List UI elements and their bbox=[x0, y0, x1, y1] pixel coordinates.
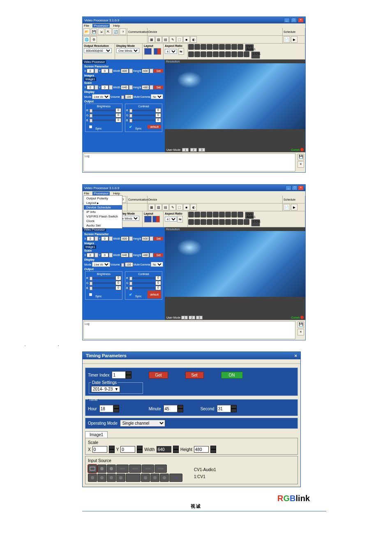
port-icon[interactable] bbox=[219, 51, 225, 57]
hour-input[interactable] bbox=[99, 405, 113, 412]
volume-slider[interactable] bbox=[120, 96, 125, 97]
comm-btn-2[interactable]: ⚙ bbox=[90, 36, 97, 43]
port-dvi-2[interactable] bbox=[129, 465, 141, 473]
menu-layout[interactable]: Layout▶ bbox=[84, 201, 122, 205]
log-save-icon[interactable]: 💾 bbox=[297, 154, 304, 160]
port-icon[interactable] bbox=[231, 51, 237, 57]
bright-g-slider[interactable] bbox=[89, 115, 115, 116]
sp-y[interactable]: 0 bbox=[101, 69, 108, 73]
port-icon[interactable] bbox=[194, 44, 200, 50]
import-icon[interactable]: ⇲ bbox=[98, 28, 104, 35]
open-icon[interactable]: 📂 bbox=[83, 28, 90, 35]
dev-1[interactable]: ▦ bbox=[148, 36, 155, 43]
port-b4[interactable] bbox=[116, 474, 125, 482]
menu-clock[interactable]: Clock bbox=[84, 219, 122, 223]
scale-set-button[interactable]: Set bbox=[154, 86, 163, 89]
close-button[interactable]: × bbox=[298, 18, 304, 23]
export-icon[interactable]: ⇱ bbox=[105, 28, 112, 35]
aspect-lock-icon[interactable]: ⇆ bbox=[178, 48, 184, 55]
port-vga[interactable] bbox=[169, 474, 182, 482]
port-cv1[interactable] bbox=[88, 465, 97, 473]
scale-x-input[interactable] bbox=[92, 446, 107, 453]
aspect-ratio-select[interactable]: 4:3 bbox=[165, 49, 177, 54]
dev-2[interactable]: ▨ bbox=[155, 36, 162, 43]
menu-audio-set[interactable]: Audio Set bbox=[84, 223, 122, 228]
port-icon[interactable] bbox=[207, 44, 212, 50]
port-icon[interactable] bbox=[207, 51, 212, 57]
gamma-select[interactable]: None bbox=[151, 94, 163, 99]
default-button[interactable]: default bbox=[148, 125, 161, 129]
port-icon[interactable] bbox=[219, 44, 225, 50]
output-resolution-select[interactable]: 800x600@60 bbox=[84, 48, 112, 53]
port-icon[interactable] bbox=[188, 44, 194, 50]
second-input[interactable] bbox=[217, 405, 231, 412]
port-icon[interactable] bbox=[194, 51, 200, 57]
port-icon[interactable] bbox=[238, 44, 243, 50]
user-mode-2[interactable]: 2 bbox=[190, 148, 197, 152]
scale-y-input[interactable] bbox=[120, 446, 135, 453]
log-textarea[interactable]: Log bbox=[83, 153, 295, 171]
cont-g-slider[interactable] bbox=[129, 115, 155, 116]
port-icon[interactable] bbox=[244, 51, 249, 57]
bright-sync-check[interactable]: Sync bbox=[86, 127, 102, 130]
image1-tab[interactable]: Image1 bbox=[84, 77, 96, 81]
port-dvi-3[interactable] bbox=[142, 465, 154, 473]
log-clear-icon[interactable]: × bbox=[297, 161, 304, 168]
minute-input[interactable] bbox=[164, 405, 178, 412]
user-mode-1[interactable]: 1 bbox=[182, 148, 189, 152]
port-icon[interactable] bbox=[201, 44, 206, 50]
port-icon[interactable] bbox=[201, 51, 206, 57]
layout-dual[interactable] bbox=[154, 48, 161, 55]
minimize-button[interactable]: _ bbox=[284, 18, 290, 23]
dev-6[interactable]: ■ bbox=[183, 36, 190, 43]
port-icon[interactable] bbox=[213, 51, 219, 57]
bright-r-slider[interactable] bbox=[89, 110, 115, 111]
port-b3[interactable] bbox=[107, 474, 116, 482]
scale-width-input[interactable] bbox=[157, 446, 171, 453]
spin-up-icon[interactable] bbox=[126, 371, 131, 375]
sp-x[interactable]: 0 bbox=[87, 69, 94, 73]
sp-w[interactable]: 800 bbox=[121, 69, 128, 73]
cont-b-slider[interactable] bbox=[129, 120, 155, 121]
menu-output-polarity[interactable]: Output Polarity bbox=[84, 196, 122, 201]
sched-play[interactable]: ▶ bbox=[291, 36, 297, 43]
port-icon[interactable] bbox=[225, 44, 231, 50]
help-icon[interactable]: ? bbox=[120, 28, 126, 35]
save-icon[interactable]: 💾 bbox=[91, 28, 97, 35]
sched-1[interactable]: 📄 bbox=[284, 36, 290, 43]
port-icon[interactable] bbox=[225, 51, 231, 57]
dev-5[interactable]: ⬚ bbox=[176, 36, 183, 43]
layout-single[interactable] bbox=[144, 48, 152, 55]
spin-down-icon[interactable] bbox=[126, 375, 131, 379]
port-icon[interactable] bbox=[188, 51, 194, 57]
port-b2[interactable] bbox=[97, 474, 106, 482]
port-b7[interactable] bbox=[160, 474, 169, 482]
port-icon[interactable] bbox=[238, 51, 243, 57]
set-button[interactable]: Set bbox=[185, 372, 204, 379]
scale-height-input[interactable] bbox=[194, 446, 209, 453]
port-audio-r[interactable] bbox=[107, 465, 116, 473]
port-b5[interactable] bbox=[141, 474, 150, 482]
port-audio-l[interactable] bbox=[97, 465, 106, 473]
operating-mode-select[interactable]: Single channel bbox=[120, 420, 165, 427]
menu-vsp-flash[interactable]: VSP/RS Flash Switch bbox=[84, 214, 122, 219]
menu-file[interactable]: File bbox=[84, 24, 89, 28]
port-dvi-1[interactable] bbox=[116, 465, 129, 473]
image1-tab[interactable]: Image1 bbox=[85, 431, 108, 438]
port-b1[interactable] bbox=[88, 474, 97, 482]
port-dvi-4[interactable] bbox=[154, 465, 167, 473]
get-button[interactable]: Get bbox=[149, 372, 168, 379]
sp-set-button[interactable]: Set bbox=[154, 69, 163, 73]
menu-processor-active[interactable]: Processor bbox=[92, 192, 110, 195]
sidebar-tab[interactable]: Video Processor bbox=[83, 60, 106, 64]
port-b6[interactable] bbox=[150, 474, 159, 482]
bright-b-slider[interactable] bbox=[89, 120, 115, 121]
display-mode-select[interactable]: One Window bbox=[116, 48, 139, 53]
port-icon[interactable] bbox=[213, 44, 219, 50]
menu-device-schedule[interactable]: Device Schedule bbox=[84, 205, 122, 210]
cont-sync-check[interactable]: Sync bbox=[126, 123, 142, 131]
tp-close-icon[interactable]: × bbox=[295, 353, 297, 358]
menu-ip-info[interactable]: IP Info bbox=[84, 210, 122, 214]
port-hdmi[interactable] bbox=[126, 474, 141, 482]
user-mode-3[interactable]: 3 bbox=[198, 148, 205, 152]
